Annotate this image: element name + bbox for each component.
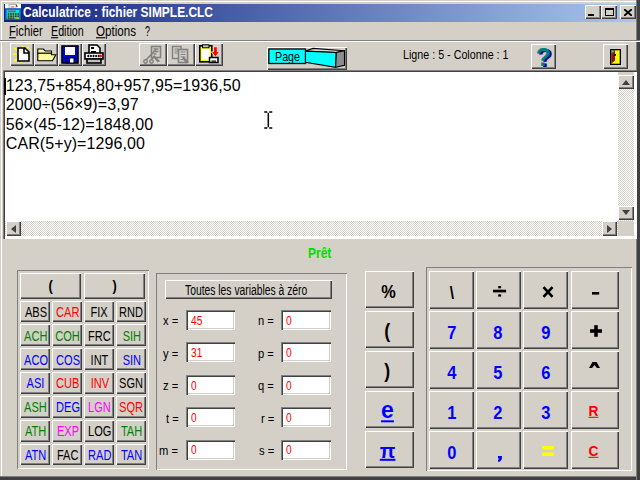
- svg-text:Page: Page: [275, 49, 300, 64]
